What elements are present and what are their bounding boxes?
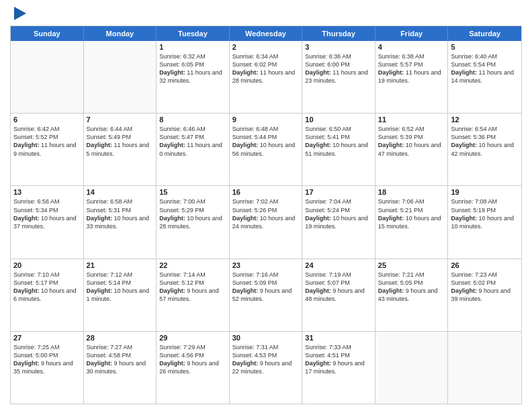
- day-info: Sunrise: 6:38 AMSunset: 5:57 PMDaylight:…: [378, 52, 445, 85]
- day-info: Sunrise: 7:25 AMSunset: 5:00 PMDaylight:…: [13, 343, 81, 376]
- calendar-row-5: 27Sunrise: 7:25 AMSunset: 5:00 PMDayligh…: [11, 331, 521, 404]
- page: SundayMondayTuesdayWednesdayThursdayFrid…: [0, 0, 532, 411]
- day-header-tuesday: Tuesday: [157, 26, 230, 41]
- day-header-saturday: Saturday: [448, 26, 521, 41]
- calendar-cell: 24Sunrise: 7:19 AMSunset: 5:07 PMDayligh…: [302, 259, 375, 331]
- calendar-cell: 3Sunrise: 6:36 AMSunset: 6:00 PMDaylight…: [302, 41, 375, 113]
- day-info: Sunrise: 7:08 AMSunset: 5:19 PMDaylight:…: [451, 197, 519, 230]
- calendar-cell: 31Sunrise: 7:33 AMSunset: 4:51 PMDayligh…: [302, 332, 375, 404]
- day-info: Sunrise: 7:33 AMSunset: 4:51 PMDaylight:…: [305, 343, 372, 376]
- calendar: SundayMondayTuesdayWednesdayThursdayFrid…: [10, 26, 522, 404]
- calendar-cell: 22Sunrise: 7:14 AMSunset: 5:12 PMDayligh…: [157, 259, 230, 331]
- calendar-cell: 9Sunrise: 6:48 AMSunset: 5:44 PMDaylight…: [230, 113, 303, 185]
- day-number: 26: [451, 261, 519, 269]
- day-info: Sunrise: 7:27 AMSunset: 4:58 PMDaylight:…: [87, 343, 154, 376]
- day-number: 20: [13, 261, 81, 269]
- day-number: 22: [159, 261, 226, 269]
- day-info: Sunrise: 7:29 AMSunset: 4:56 PMDaylight:…: [159, 343, 226, 376]
- calendar-cell: 10Sunrise: 6:50 AMSunset: 5:41 PMDayligh…: [302, 113, 375, 185]
- header: [10, 7, 522, 20]
- day-info: Sunrise: 7:16 AMSunset: 5:09 PMDaylight:…: [232, 271, 300, 304]
- day-number: 18: [378, 188, 445, 196]
- day-info: Sunrise: 7:00 AMSunset: 5:29 PMDaylight:…: [159, 197, 226, 230]
- calendar-cell: 18Sunrise: 7:06 AMSunset: 5:21 PMDayligh…: [375, 186, 449, 258]
- day-info: Sunrise: 7:06 AMSunset: 5:21 PMDaylight:…: [378, 197, 445, 230]
- day-info: Sunrise: 6:36 AMSunset: 6:00 PMDaylight:…: [305, 52, 372, 85]
- day-info: Sunrise: 6:42 AMSunset: 5:52 PMDaylight:…: [13, 125, 81, 158]
- day-number: 17: [305, 188, 372, 196]
- day-number: 25: [378, 261, 445, 269]
- calendar-cell: 15Sunrise: 7:00 AMSunset: 5:29 PMDayligh…: [157, 186, 230, 258]
- day-number: 9: [232, 116, 300, 124]
- calendar-cell: [448, 332, 521, 404]
- logo: [10, 7, 26, 20]
- day-info: Sunrise: 7:23 AMSunset: 5:02 PMDaylight:…: [451, 271, 519, 304]
- calendar-cell: [11, 41, 84, 113]
- calendar-cell: 14Sunrise: 6:58 AMSunset: 5:31 PMDayligh…: [84, 186, 157, 258]
- day-header-wednesday: Wednesday: [230, 26, 303, 41]
- svg-marker-0: [14, 7, 26, 20]
- calendar-cell: 7Sunrise: 6:44 AMSunset: 5:49 PMDaylight…: [84, 113, 157, 185]
- day-info: Sunrise: 6:52 AMSunset: 5:39 PMDaylight:…: [378, 125, 445, 158]
- calendar-row-3: 13Sunrise: 6:56 AMSunset: 5:34 PMDayligh…: [11, 185, 521, 258]
- day-info: Sunrise: 6:56 AMSunset: 5:34 PMDaylight:…: [13, 197, 81, 230]
- calendar-cell: 6Sunrise: 6:42 AMSunset: 5:52 PMDaylight…: [11, 113, 84, 185]
- calendar-cell: 11Sunrise: 6:52 AMSunset: 5:39 PMDayligh…: [375, 113, 449, 185]
- day-number: 11: [378, 116, 445, 124]
- calendar-cell: 5Sunrise: 6:40 AMSunset: 5:54 PMDaylight…: [448, 41, 521, 113]
- day-number: 10: [305, 116, 372, 124]
- calendar-body: 1Sunrise: 6:32 AMSunset: 6:05 PMDaylight…: [11, 41, 521, 404]
- day-number: 24: [305, 261, 372, 269]
- day-info: Sunrise: 7:04 AMSunset: 5:24 PMDaylight:…: [305, 197, 372, 230]
- calendar-cell: 20Sunrise: 7:10 AMSunset: 5:17 PMDayligh…: [11, 259, 84, 331]
- day-number: 21: [87, 261, 154, 269]
- day-info: Sunrise: 6:40 AMSunset: 5:54 PMDaylight:…: [451, 52, 519, 85]
- day-header-monday: Monday: [84, 26, 157, 41]
- day-info: Sunrise: 7:12 AMSunset: 5:14 PMDaylight:…: [87, 271, 154, 304]
- day-number: 29: [159, 334, 226, 342]
- day-number: 8: [159, 116, 226, 124]
- calendar-header: SundayMondayTuesdayWednesdayThursdayFrid…: [11, 26, 521, 41]
- day-number: 28: [87, 334, 154, 342]
- calendar-cell: 30Sunrise: 7:31 AMSunset: 4:53 PMDayligh…: [230, 332, 303, 404]
- day-number: 15: [159, 188, 226, 196]
- calendar-cell: 13Sunrise: 6:56 AMSunset: 5:34 PMDayligh…: [11, 186, 84, 258]
- day-number: 3: [305, 43, 372, 51]
- day-info: Sunrise: 6:58 AMSunset: 5:31 PMDaylight:…: [87, 197, 154, 230]
- day-number: 27: [13, 334, 81, 342]
- day-info: Sunrise: 6:34 AMSunset: 6:02 PMDaylight:…: [232, 52, 300, 85]
- calendar-row-1: 1Sunrise: 6:32 AMSunset: 6:05 PMDaylight…: [11, 41, 521, 113]
- calendar-cell: 8Sunrise: 6:46 AMSunset: 5:47 PMDaylight…: [157, 113, 230, 185]
- day-number: 14: [87, 188, 154, 196]
- day-info: Sunrise: 7:31 AMSunset: 4:53 PMDaylight:…: [232, 343, 300, 376]
- day-info: Sunrise: 7:02 AMSunset: 5:26 PMDaylight:…: [232, 197, 300, 230]
- day-info: Sunrise: 6:32 AMSunset: 6:05 PMDaylight:…: [159, 52, 226, 85]
- day-header-friday: Friday: [375, 26, 449, 41]
- calendar-cell: 1Sunrise: 6:32 AMSunset: 6:05 PMDaylight…: [157, 41, 230, 113]
- calendar-cell: 23Sunrise: 7:16 AMSunset: 5:09 PMDayligh…: [230, 259, 303, 331]
- logo-arrow-icon: [14, 7, 26, 20]
- day-info: Sunrise: 6:48 AMSunset: 5:44 PMDaylight:…: [232, 125, 300, 158]
- calendar-cell: 28Sunrise: 7:27 AMSunset: 4:58 PMDayligh…: [84, 332, 157, 404]
- day-header-sunday: Sunday: [11, 26, 84, 41]
- day-number: 30: [232, 334, 300, 342]
- calendar-cell: [375, 332, 449, 404]
- calendar-cell: 2Sunrise: 6:34 AMSunset: 6:02 PMDaylight…: [230, 41, 303, 113]
- day-info: Sunrise: 6:54 AMSunset: 5:36 PMDaylight:…: [451, 125, 519, 158]
- calendar-cell: 17Sunrise: 7:04 AMSunset: 5:24 PMDayligh…: [302, 186, 375, 258]
- calendar-cell: 21Sunrise: 7:12 AMSunset: 5:14 PMDayligh…: [84, 259, 157, 331]
- day-number: 7: [87, 116, 154, 124]
- calendar-cell: 29Sunrise: 7:29 AMSunset: 4:56 PMDayligh…: [157, 332, 230, 404]
- day-number: 23: [232, 261, 300, 269]
- day-number: 2: [232, 43, 300, 51]
- day-number: 6: [13, 116, 81, 124]
- calendar-cell: 4Sunrise: 6:38 AMSunset: 5:57 PMDaylight…: [375, 41, 449, 113]
- day-info: Sunrise: 6:50 AMSunset: 5:41 PMDaylight:…: [305, 125, 372, 158]
- day-header-thursday: Thursday: [302, 26, 375, 41]
- day-info: Sunrise: 6:46 AMSunset: 5:47 PMDaylight:…: [159, 125, 226, 158]
- day-number: 31: [305, 334, 372, 342]
- day-info: Sunrise: 7:19 AMSunset: 5:07 PMDaylight:…: [305, 271, 372, 304]
- calendar-cell: 19Sunrise: 7:08 AMSunset: 5:19 PMDayligh…: [448, 186, 521, 258]
- day-number: 5: [451, 43, 519, 51]
- day-info: Sunrise: 6:44 AMSunset: 5:49 PMDaylight:…: [87, 125, 154, 158]
